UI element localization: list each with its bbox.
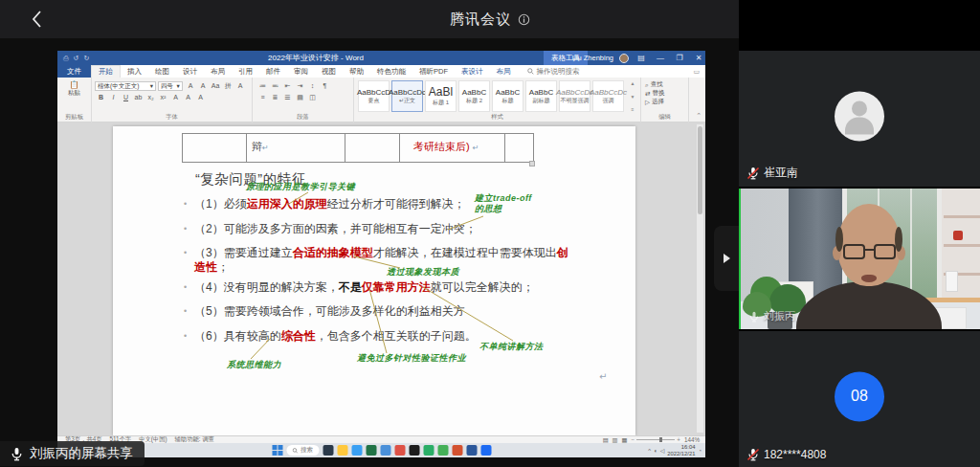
font-button-1[interactable]: A: [198, 80, 209, 90]
font-family-combo[interactable]: 楷体(中文正文)▾: [95, 81, 156, 91]
tray-network-icon[interactable]: ◖: [654, 448, 657, 454]
account-name[interactable]: Liu Zhenbing: [572, 54, 613, 62]
minimize-button[interactable]: —: [654, 51, 667, 65]
taskbar-app-clock[interactable]: [380, 445, 390, 456]
doc-item-5[interactable]: （5）需要跨领域合作，可能涉及多样化的利益相关方: [194, 304, 579, 319]
table-resize-handle[interactable]: [529, 161, 535, 167]
paragraph-button-b-3[interactable]: ▤: [295, 93, 305, 102]
replace-button[interactable]: ⇄替换: [645, 89, 684, 98]
tray-expand-icon[interactable]: ^: [648, 448, 651, 454]
table-cell-red[interactable]: 考研结束后) ↵: [413, 140, 479, 154]
taskbar-app-files-dark[interactable]: [323, 445, 333, 456]
web-layout-icon[interactable]: ▦: [622, 436, 628, 443]
ribbon-tab-14[interactable]: 布局: [490, 65, 518, 78]
paragraph-button-b-0[interactable]: ≡: [257, 93, 268, 102]
start-button[interactable]: [272, 445, 282, 456]
font-button-b-3[interactable]: ab: [133, 93, 144, 102]
ribbon-tab-5[interactable]: 布局: [204, 65, 232, 78]
find-button[interactable]: ⌕查找: [645, 80, 684, 89]
restore-button[interactable]: ❐: [673, 51, 686, 65]
style-item-6[interactable]: AaBbCcDc不明显强调: [559, 80, 590, 112]
paragraph-button-3[interactable]: ⇥: [295, 81, 305, 91]
styles-gallery-scroll[interactable]: ▲ ▼ ≡: [628, 80, 637, 112]
tell-me-search[interactable]: 操作说明搜索: [527, 65, 580, 78]
font-button-b-4[interactable]: x₂: [145, 93, 156, 102]
taskbar-app-explorer[interactable]: [337, 445, 347, 456]
font-button-3[interactable]: 拼: [223, 81, 234, 91]
zoom-in-icon[interactable]: +: [677, 436, 680, 443]
style-item-5[interactable]: AaBbC副标题: [525, 80, 557, 112]
font-button-b-0[interactable]: B: [96, 93, 106, 102]
style-item-2[interactable]: AaBl标题 1: [425, 80, 457, 112]
font-button-b-7[interactable]: A: [183, 93, 193, 102]
doc-item-4[interactable]: （4）没有明显的解决方案，不是仅靠常用方法就可以完全解决的；: [194, 280, 579, 295]
doc-item-2[interactable]: （2）可能涉及多方面的因素，并可能相互有一定冲突；: [194, 222, 579, 236]
taskbar-app-notes[interactable]: [437, 445, 448, 456]
paragraph-button-5[interactable]: ¶: [320, 80, 330, 90]
tray-volume-icon[interactable]: ◁: [660, 447, 665, 454]
account-avatar[interactable]: [619, 54, 629, 63]
font-button-2[interactable]: Aa: [211, 80, 221, 90]
ribbon-tab-12[interactable]: 福昕PDF: [412, 65, 455, 78]
font-button-b-5[interactable]: x²: [158, 93, 168, 102]
ribbon-tab-4[interactable]: 设计: [176, 65, 204, 78]
paragraph-button-0[interactable]: ≔: [257, 81, 268, 91]
font-button-0[interactable]: A: [186, 80, 196, 90]
quick-access-toolbar[interactable]: ⎙ ↺ ↻: [63, 55, 89, 62]
taskbar-app-wechat[interactable]: [423, 445, 434, 456]
collapse-ribbon-icon[interactable]: ⌃: [696, 112, 702, 120]
ribbon-tab-0[interactable]: 文件: [57, 65, 91, 78]
save-icon[interactable]: ⎙: [63, 55, 69, 62]
taskbar-app-excel[interactable]: [366, 445, 376, 456]
paste-button[interactable]: 📋 粘贴: [64, 80, 85, 98]
ribbon-tab-3[interactable]: 绘图: [148, 65, 176, 78]
redo-icon[interactable]: ↻: [83, 55, 89, 62]
style-item-3[interactable]: AaBbC标题 2: [458, 80, 490, 112]
doc-item-3[interactable]: （3）需要通过建立合适的抽象模型才能解决，在建模过程中需要体现出创造性；: [194, 246, 575, 274]
paragraph-button-b-2[interactable]: ☰: [282, 93, 293, 102]
ribbon-tab-6[interactable]: 引用: [232, 65, 259, 78]
print-layout-icon[interactable]: ▥: [612, 436, 618, 443]
ribbon-tab-8[interactable]: 审阅: [287, 65, 315, 78]
paragraph-button-4[interactable]: ↕: [307, 80, 318, 90]
style-item-1[interactable]: AaBbCcDc↵正文: [391, 80, 423, 112]
sidebar-collapse-button[interactable]: [714, 226, 739, 291]
taskbar-app-powerpoint[interactable]: [452, 445, 462, 456]
scroll-up-icon[interactable]: ▲: [631, 80, 635, 86]
taskbar-clock[interactable]: 16:04 2022/12/21: [667, 444, 695, 456]
ribbon-tab-9[interactable]: 视图: [315, 65, 343, 78]
vertical-scrollbar[interactable]: [697, 124, 703, 433]
taskbar-app-qq[interactable]: [409, 445, 419, 456]
ribbon-tab-1[interactable]: 开始: [91, 65, 121, 78]
paragraph-button-b-4[interactable]: ◫: [307, 93, 318, 102]
select-button[interactable]: ▷选择: [645, 98, 684, 106]
participant-tile[interactable]: 崔亚南: [739, 51, 980, 187]
scroll-down-icon[interactable]: ▼: [631, 94, 635, 100]
zoom-out-icon[interactable]: −: [632, 436, 635, 443]
ribbon-tab-11[interactable]: 特色功能: [370, 65, 412, 78]
style-item-7[interactable]: AaBbCcDc强调: [592, 80, 624, 112]
participant-video-tile[interactable]: 刘振丙: [739, 189, 980, 329]
style-item-0[interactable]: AaBbCcD要点: [358, 80, 390, 112]
font-button-b-6[interactable]: A: [170, 93, 181, 102]
comments-icon[interactable]: ▭: [693, 65, 700, 78]
style-item-4[interactable]: AaBbC标题: [492, 80, 523, 112]
taskbar-app-chrome[interactable]: [394, 445, 405, 456]
ribbon-tab-13[interactable]: 表设计: [455, 65, 490, 78]
scrollbar-thumb[interactable]: [698, 126, 702, 214]
taskbar-app-edge[interactable]: [351, 445, 362, 456]
taskbar-app-word[interactable]: [466, 445, 477, 456]
font-button-b-1[interactable]: I: [108, 93, 119, 102]
zoom-level[interactable]: 144%: [684, 436, 700, 443]
info-icon[interactable]: [518, 13, 530, 26]
table-cell[interactable]: 辩↵: [252, 140, 269, 154]
zoom-knob[interactable]: [659, 437, 662, 442]
notification-icon[interactable]: ◔: [698, 448, 702, 454]
paragraph-button-b-1[interactable]: ≣: [270, 93, 280, 102]
paragraph-button-2[interactable]: ⇤: [282, 81, 293, 91]
ribbon-options-icon[interactable]: ▤: [635, 51, 648, 65]
document-page[interactable]: 辩↵ 考研结束后) ↵ “复杂问题”的特征 （1）必须运用深入的原理经过分析才可…: [113, 126, 635, 435]
font-button-b-8[interactable]: A: [195, 93, 206, 102]
font-button-4[interactable]: A: [235, 80, 246, 90]
close-button[interactable]: ✕: [692, 51, 705, 65]
